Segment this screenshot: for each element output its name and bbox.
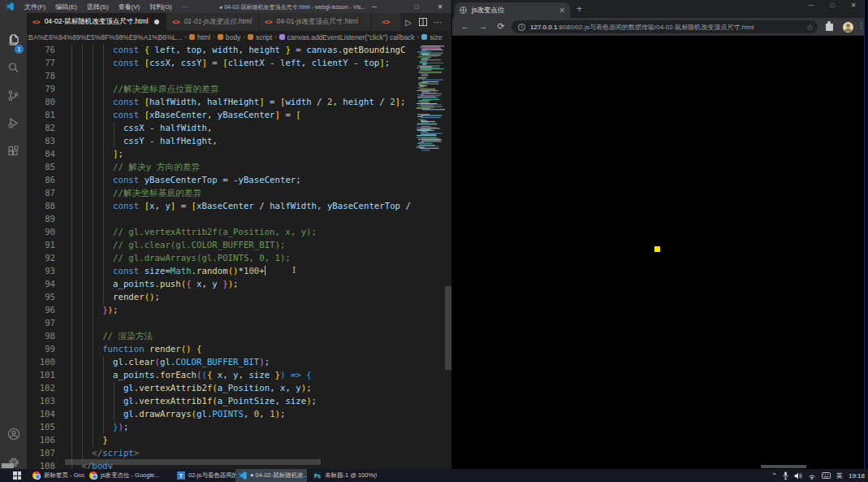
code-line: gl.vertexAttrib1f(a_PointSize, size); bbox=[71, 395, 416, 408]
tab-label: 04-01-js改变顶点尺寸.html bbox=[277, 17, 358, 27]
tray-chevron-icon[interactable]: ⌃ bbox=[771, 472, 777, 480]
editor-tab-bar: <> 04-02-鼠标随机改变顶点尺寸.html <> 01-01-js改变点位… bbox=[27, 13, 451, 31]
line-number: 87 bbox=[27, 187, 55, 200]
speaker-icon[interactable] bbox=[794, 472, 802, 480]
line-number: 99 bbox=[27, 343, 55, 356]
breadcrumb-body[interactable]: body bbox=[226, 33, 240, 41]
modified-dot-icon[interactable] bbox=[154, 20, 159, 24]
tab-04-01[interactable]: <> 04-01-js改变顶点尺寸.html bbox=[259, 13, 371, 31]
desktop-edge bbox=[864, 0, 868, 469]
menu-edit[interactable]: 编辑(E) bbox=[50, 0, 82, 13]
browser-minimize-button[interactable]: ─ bbox=[801, 0, 822, 11]
source-control-icon[interactable] bbox=[0, 83, 27, 107]
typora-icon: T bbox=[177, 471, 185, 480]
extensions-icon[interactable] bbox=[0, 139, 27, 163]
vertical-scrollbar[interactable] bbox=[445, 286, 451, 370]
vscode-window: 文件(F) 编辑(E) 选择(S) 查看(V) 转到(G) ··· ● 04-0… bbox=[0, 0, 451, 469]
line-number: 81 bbox=[27, 109, 55, 122]
run-file-icon[interactable]: ▷ bbox=[401, 18, 416, 27]
menu-go[interactable]: 转到(G) bbox=[145, 0, 177, 13]
line-number: 91 bbox=[27, 239, 55, 252]
code-line: }); bbox=[71, 304, 416, 317]
close-button[interactable]: ✕ bbox=[429, 0, 451, 13]
site-info-icon[interactable]: i bbox=[518, 24, 525, 31]
code-line bbox=[71, 317, 416, 330]
explorer-badge: 1 bbox=[15, 45, 24, 54]
code-line: // 渲染方法 bbox=[71, 330, 416, 343]
back-button[interactable]: ← bbox=[459, 21, 472, 31]
account-icon[interactable] bbox=[0, 422, 27, 446]
ime-indicator[interactable]: 英 bbox=[836, 471, 843, 480]
reload-button[interactable]: ⟳ bbox=[494, 21, 507, 32]
line-number: 106 bbox=[27, 434, 55, 447]
minimize-button[interactable]: ─ bbox=[363, 0, 386, 13]
menu-more[interactable]: ··· bbox=[177, 0, 193, 13]
line-number: 88 bbox=[27, 200, 55, 213]
code-line: function render() { bbox=[71, 343, 416, 356]
code-line: // gl.drawArrays(gl.POINTS, 0, 1); bbox=[71, 252, 416, 265]
keyboard-input-icon[interactable] bbox=[822, 472, 831, 479]
horizontal-scrollbar[interactable] bbox=[65, 459, 321, 465]
new-tab-button[interactable]: + bbox=[577, 3, 582, 15]
line-number: 107 bbox=[27, 447, 55, 460]
vscode-logo-icon bbox=[6, 2, 14, 11]
tab-01-01[interactable]: <> 01-01-js改变点位.html bbox=[166, 13, 259, 31]
profile-avatar[interactable] bbox=[843, 22, 853, 33]
taskbar-vscode[interactable]: ● 04-02-鼠标随机改... bbox=[235, 469, 307, 482]
page-horizontal-scrollbar[interactable] bbox=[761, 465, 806, 468]
search-icon[interactable] bbox=[0, 55, 27, 80]
tab-04-02[interactable]: <> 04-02-鼠标随机改变顶点尺寸.html bbox=[27, 13, 166, 31]
browser-close-button[interactable]: ✕ bbox=[843, 0, 864, 11]
microphone-icon[interactable] bbox=[783, 471, 788, 480]
code-line: </script> bbox=[71, 447, 416, 460]
maximize-button[interactable]: □ bbox=[405, 0, 428, 13]
line-number: 92 bbox=[27, 252, 55, 265]
code-line: const yBaseCenterTop = -yBaseCenter; bbox=[71, 174, 416, 187]
menu-selection[interactable]: 选择(S) bbox=[82, 0, 114, 13]
code-line: cssY - halfHeight, bbox=[71, 135, 416, 148]
tab-partial[interactable]: <> bbox=[371, 13, 402, 31]
breadcrumb-html[interactable]: html bbox=[197, 33, 210, 41]
split-editor-icon[interactable] bbox=[416, 18, 430, 26]
taskbar-typora[interactable]: T 02-js与着色器间的数... bbox=[174, 469, 235, 482]
symbol-variable-icon bbox=[421, 34, 427, 40]
bookmark-star-icon[interactable]: ☆ bbox=[806, 23, 814, 32]
breadcrumb-file[interactable]: :BA%E6%94%89%E5%8F%98%E9%A1%B6%L... bbox=[27, 33, 182, 41]
taskbar-chrome-page[interactable]: js改变点位 - Google... bbox=[86, 469, 163, 482]
taskbar-chrome-newtab[interactable]: 新标签页 - Google ... bbox=[29, 469, 84, 482]
taskbar-photoshop[interactable]: Ps 未标题-1 @ 100%(R... bbox=[310, 469, 377, 482]
tab-close-icon[interactable]: ✕ bbox=[559, 7, 565, 15]
extensions-puzzle-icon[interactable] bbox=[826, 24, 833, 31]
browser-maximize-button[interactable]: □ bbox=[822, 0, 843, 11]
line-number: 76 bbox=[27, 44, 55, 57]
browser-tab[interactable]: js改变点位 ✕ bbox=[455, 2, 570, 18]
address-bar[interactable]: i 127.0.0.1:8080/02-js与着色器间的数据传输/04-02-鼠… bbox=[512, 20, 818, 33]
more-actions-icon[interactable]: ··· bbox=[430, 18, 445, 27]
menu-view[interactable]: 查看(V) bbox=[114, 0, 145, 13]
clock[interactable]: 19:18 bbox=[849, 472, 865, 480]
line-number: 89 bbox=[27, 213, 55, 226]
minimap[interactable] bbox=[416, 45, 445, 199]
tab-label: 01-01-js改变点位.html bbox=[184, 17, 252, 27]
code-line: gl.drawArrays(gl.POINTS, 0, 1); bbox=[71, 408, 416, 421]
code-line: //解决坐标基底的差异 bbox=[71, 187, 416, 200]
code-editor[interactable]: 7677787980818283848586878889909192939495… bbox=[27, 43, 451, 469]
photoshop-icon: Ps bbox=[313, 471, 322, 480]
explorer-icon[interactable]: 1 bbox=[0, 28, 27, 52]
breadcrumb-separator: › bbox=[274, 33, 277, 41]
start-button[interactable] bbox=[13, 471, 21, 480]
taskbar-label: js改变点位 - Google... bbox=[101, 471, 160, 480]
code-line: render(); bbox=[71, 291, 416, 304]
run-debug-icon[interactable] bbox=[0, 111, 27, 135]
breadcrumb-callback[interactable]: canvas.addEventListener("click") callbac… bbox=[287, 33, 415, 41]
breadcrumb-separator: › bbox=[417, 33, 420, 41]
browser-toolbar: ← → ⟳ i 127.0.0.1:8080/02-js与着色器间的数据传输/0… bbox=[452, 18, 864, 36]
forward-button[interactable]: → bbox=[477, 21, 490, 31]
breadcrumb-size[interactable]: size bbox=[430, 33, 442, 41]
webgl-canvas[interactable] bbox=[452, 36, 864, 465]
vscode-icon bbox=[239, 471, 247, 480]
network-icon[interactable] bbox=[808, 472, 816, 480]
menu-file[interactable]: 文件(F) bbox=[19, 0, 50, 13]
breadcrumb-script[interactable]: script bbox=[256, 33, 272, 41]
line-number: 86 bbox=[27, 174, 55, 187]
